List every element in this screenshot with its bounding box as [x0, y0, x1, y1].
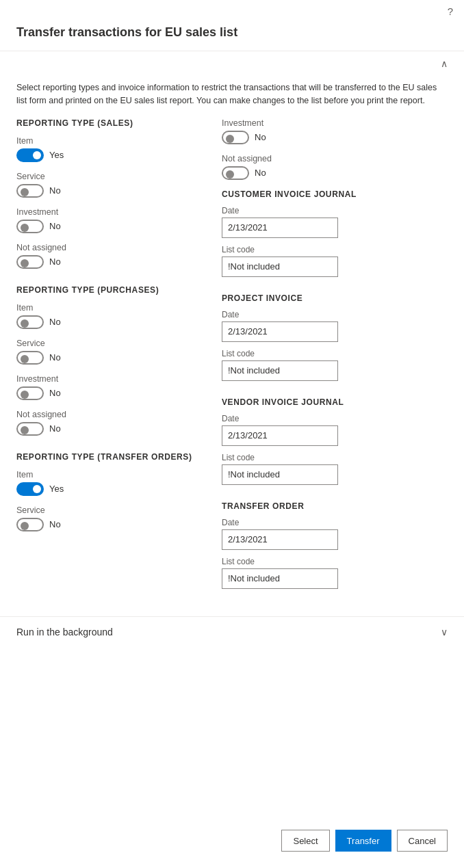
reporting-purchases-title: REPORTING TYPE (PURCHASES): [16, 285, 194, 295]
purchases-investment-label: Investment: [16, 374, 194, 384]
run-in-background-section[interactable]: Run in the background ∨: [0, 616, 464, 647]
sales-investment-group: Investment No: [16, 207, 194, 233]
reporting-type-sales: REPORTING TYPE (SALES) Item Yes Service: [16, 118, 194, 269]
to-date-label: Date: [222, 518, 448, 527]
to-title: TRANSFER ORDER: [222, 501, 448, 511]
to-listcode-group: List code: [222, 557, 448, 589]
sales-right-notassigned-row: No: [222, 166, 448, 180]
sales-right-investment-value: No: [255, 132, 266, 142]
purchases-investment-toggle[interactable]: [16, 386, 44, 400]
purchases-item-group: Item No: [16, 303, 194, 329]
sales-item-toggle[interactable]: [16, 148, 44, 162]
transfer-service-group: Service No: [16, 505, 194, 531]
left-column: REPORTING TYPE (SALES) Item Yes Service: [16, 118, 194, 605]
to-date-group: Date: [222, 518, 448, 550]
purchases-investment-value: No: [49, 388, 61, 398]
purchases-item-value: No: [49, 317, 61, 327]
section-header[interactable]: ∧: [0, 51, 464, 76]
purchases-service-value: No: [49, 352, 61, 363]
footer-buttons: Select Transfer Cancel: [281, 830, 448, 852]
sales-notassigned-toggle[interactable]: [16, 255, 44, 269]
pi-listcode-label: List code: [222, 349, 448, 358]
form-content: REPORTING TYPE (SALES) Item Yes Service: [0, 118, 464, 616]
vij-date-label: Date: [222, 414, 448, 423]
pi-listcode-input[interactable]: [222, 360, 338, 381]
cij-listcode-group: List code: [222, 245, 448, 277]
to-listcode-input[interactable]: [222, 568, 338, 589]
sales-right-investment-group: Investment No: [222, 118, 448, 144]
cij-date-label: Date: [222, 206, 448, 215]
vij-date-group: Date: [222, 414, 448, 446]
reporting-sales-title: REPORTING TYPE (SALES): [16, 118, 194, 128]
sales-right-notassigned-toggle[interactable]: [222, 166, 249, 180]
purchases-notassigned-label: Not assigned: [16, 410, 194, 419]
help-icon[interactable]: ?: [448, 5, 453, 17]
sales-item-value: Yes: [49, 150, 64, 160]
purchases-investment-group: Investment No: [16, 374, 194, 400]
cij-date-group: Date: [222, 206, 448, 238]
sales-service-group: Service No: [16, 172, 194, 198]
sales-right-investment-label: Investment: [222, 118, 448, 128]
sales-service-toggle-row: No: [16, 184, 194, 198]
main-panel: ∧ Select reporting types and invoice inf…: [0, 51, 464, 616]
sales-investment-toggle-row: No: [16, 220, 194, 233]
sales-item-toggle-row: Yes: [16, 148, 194, 162]
section-description: Select reporting types and invoice infor…: [0, 76, 464, 118]
purchases-notassigned-toggle[interactable]: [16, 422, 44, 436]
bottom-spacer: [0, 647, 464, 757]
vij-listcode-input[interactable]: [222, 464, 338, 485]
purchases-service-group: Service No: [16, 339, 194, 365]
transfer-item-toggle[interactable]: [16, 482, 44, 496]
sales-right-investment-toggle[interactable]: [222, 131, 249, 144]
sales-service-toggle[interactable]: [16, 184, 44, 198]
purchases-item-toggle[interactable]: [16, 315, 44, 329]
to-date-input[interactable]: [222, 529, 338, 550]
reporting-transfer-title: REPORTING TYPE (TRANSFER ORDERS): [16, 452, 194, 462]
collapse-icon[interactable]: ∧: [441, 58, 448, 69]
project-invoice: PROJECT INVOICE Date List code: [222, 293, 448, 381]
purchases-service-label: Service: [16, 339, 194, 348]
sales-item-group: Item Yes: [16, 136, 194, 162]
cancel-button[interactable]: Cancel: [397, 830, 448, 852]
sales-notassigned-value: No: [49, 257, 61, 267]
transfer-service-value: No: [49, 519, 61, 529]
sales-investment-toggle[interactable]: [16, 220, 44, 233]
reporting-type-transfer-orders: REPORTING TYPE (TRANSFER ORDERS) Item Ye…: [16, 452, 194, 531]
sales-item-label: Item: [16, 136, 194, 146]
pi-date-input[interactable]: [222, 321, 338, 342]
reporting-type-purchases: REPORTING TYPE (PURCHASES) Item No Servi…: [16, 285, 194, 436]
sales-right-notassigned-value: No: [255, 168, 266, 178]
pi-listcode-group: List code: [222, 349, 448, 381]
right-column: Investment No Not assigned: [222, 118, 448, 605]
transfer-service-label: Service: [16, 505, 194, 515]
cij-listcode-label: List code: [222, 245, 448, 254]
transfer-item-value: Yes: [49, 484, 64, 494]
sales-right-toggles: Investment No Not assigned: [222, 118, 448, 180]
vij-date-input[interactable]: [222, 425, 338, 446]
transfer-button[interactable]: Transfer: [335, 830, 391, 852]
purchases-item-label: Item: [16, 303, 194, 313]
purchases-notassigned-toggle-row: No: [16, 422, 194, 436]
vij-listcode-label: List code: [222, 453, 448, 462]
sales-investment-label: Investment: [16, 207, 194, 217]
sales-service-value: No: [49, 185, 61, 196]
vij-listcode-group: List code: [222, 453, 448, 485]
purchases-service-toggle-row: No: [16, 351, 194, 365]
to-listcode-label: List code: [222, 557, 448, 566]
transfer-item-toggle-row: Yes: [16, 482, 194, 496]
purchases-service-toggle[interactable]: [16, 351, 44, 365]
vij-title: VENDOR INVOICE JOURNAL: [222, 397, 448, 407]
page-title: Transfer transactions for EU sales list: [0, 20, 464, 51]
pi-title: PROJECT INVOICE: [222, 293, 448, 303]
transfer-service-toggle[interactable]: [16, 518, 44, 531]
purchases-notassigned-group: Not assigned No: [16, 410, 194, 436]
purchases-notassigned-value: No: [49, 423, 61, 434]
select-button[interactable]: Select: [281, 830, 329, 852]
cij-listcode-input[interactable]: [222, 257, 338, 277]
sales-right-investment-row: No: [222, 131, 448, 144]
transfer-item-group: Item Yes: [16, 470, 194, 496]
purchases-investment-toggle-row: No: [16, 386, 194, 400]
transfer-item-label: Item: [16, 470, 194, 479]
cij-date-input[interactable]: [222, 218, 338, 238]
sales-right-notassigned-label: Not assigned: [222, 154, 448, 163]
